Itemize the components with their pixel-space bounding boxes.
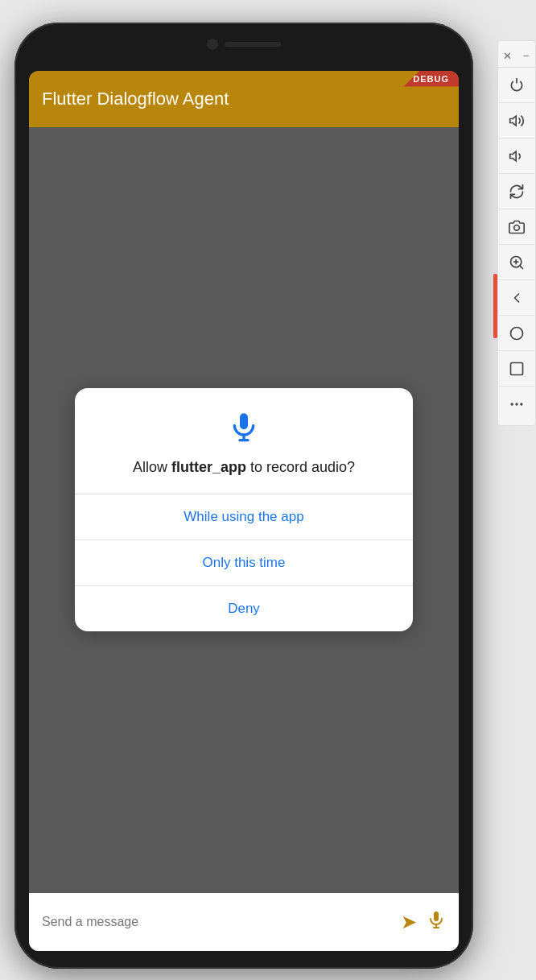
only-this-time-button[interactable]: Only this time: [75, 540, 413, 586]
svg-point-8: [514, 225, 520, 230]
mic-icon-container: [94, 411, 394, 446]
bottom-bar: ➤: [29, 893, 459, 951]
dialog-message: Allow flutter_app to record audio?: [94, 457, 394, 478]
screenshot-button[interactable]: [499, 209, 534, 245]
svg-rect-0: [240, 413, 248, 429]
power-button[interactable]: [499, 68, 534, 103]
app-title: Flutter Dialogflow Agent: [42, 89, 229, 110]
dialog-top: Allow flutter_app to record audio?: [75, 388, 413, 494]
microphone-icon: [228, 432, 260, 445]
main-content: Allow flutter_app to record audio? While…: [29, 127, 459, 893]
sidebar-toolbar: ✕ −: [497, 40, 536, 426]
debug-badge: DEBUG: [403, 71, 459, 87]
message-input[interactable]: [42, 904, 391, 940]
volume-up-button[interactable]: [499, 103, 534, 139]
while-using-button[interactable]: While using the app: [75, 494, 413, 540]
camera-area: [207, 39, 281, 50]
svg-point-12: [511, 403, 513, 405]
svg-rect-11: [511, 362, 523, 374]
minimize-button[interactable]: −: [517, 44, 535, 67]
speaker-bar: [225, 42, 281, 47]
volume-down-button[interactable]: [499, 139, 534, 174]
phone-screen: Flutter Dialogflow Agent DEBUG: [29, 71, 459, 951]
toolbar-top: ✕ −: [498, 44, 535, 68]
recents-button[interactable]: [499, 351, 534, 387]
send-icon[interactable]: ➤: [401, 911, 417, 933]
back-button[interactable]: [499, 280, 534, 316]
dialog-message-suffix: to record audio?: [246, 459, 355, 475]
phone-container: Flutter Dialogflow Agent DEBUG: [14, 23, 473, 973]
dialog-app-name: flutter_app: [171, 459, 246, 475]
svg-point-14: [521, 403, 522, 405]
zoom-button[interactable]: [499, 245, 534, 280]
more-button[interactable]: [499, 387, 534, 422]
camera-dot: [207, 39, 218, 50]
mic-bottom-icon[interactable]: [427, 910, 446, 934]
dialog-message-prefix: Allow: [133, 459, 171, 475]
phone-body: Flutter Dialogflow Agent DEBUG: [14, 23, 473, 969]
rotate-button[interactable]: [499, 174, 534, 209]
svg-marker-7: [510, 151, 517, 161]
app-header: Flutter Dialogflow Agent DEBUG: [29, 71, 459, 127]
svg-marker-6: [510, 116, 517, 126]
permission-dialog: Allow flutter_app to record audio? While…: [75, 388, 413, 631]
svg-point-13: [516, 403, 517, 405]
svg-rect-3: [434, 912, 439, 921]
svg-point-10: [511, 327, 523, 339]
deny-button[interactable]: Deny: [75, 586, 413, 631]
home-button[interactable]: [499, 316, 534, 351]
close-button[interactable]: ✕: [498, 44, 517, 67]
